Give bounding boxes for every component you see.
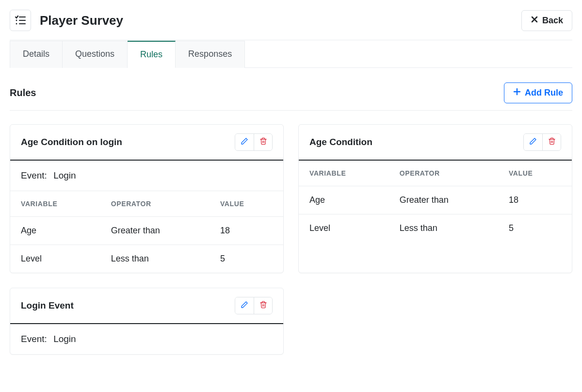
condition-row: Age Greater than 18 <box>299 186 572 214</box>
svg-point-3 <box>16 23 17 25</box>
edit-rule-button[interactable] <box>524 134 542 150</box>
conditions-table: VARIABLE OPERATOR VALUE Age Greater than… <box>10 191 283 273</box>
plus-icon <box>513 88 521 98</box>
condition-row: Level Less than 5 <box>299 214 572 243</box>
rule-card: Age Condition <box>298 124 572 273</box>
cond-operator: Less than <box>389 214 498 243</box>
tab-label: Details <box>23 49 49 59</box>
tab-questions[interactable]: Questions <box>63 41 128 68</box>
delete-rule-button[interactable] <box>542 134 561 150</box>
rule-actions <box>523 133 561 151</box>
edit-rule-button[interactable] <box>235 134 254 150</box>
add-rule-button[interactable]: Add Rule <box>504 82 572 103</box>
rule-card: Login Event <box>10 288 284 355</box>
tab-label: Rules <box>140 49 162 59</box>
trash-icon <box>259 137 267 147</box>
list-check-icon <box>10 10 31 31</box>
trash-icon <box>548 137 556 147</box>
cond-operator: Greater than <box>389 186 498 214</box>
delete-rule-button[interactable] <box>254 134 272 150</box>
rule-event: Event: Login <box>10 324 283 354</box>
page-header: Player Survey Back <box>10 10 572 40</box>
event-value: Login <box>53 170 76 180</box>
col-operator: OPERATOR <box>389 161 498 186</box>
cond-value: 18 <box>210 217 283 245</box>
col-operator: OPERATOR <box>100 191 210 217</box>
back-button-label: Back <box>542 16 563 26</box>
cond-value: 5 <box>210 245 283 273</box>
col-variable: VARIABLE <box>10 191 100 217</box>
section-title: Rules <box>10 87 36 98</box>
tab-label: Responses <box>188 49 232 59</box>
cond-operator: Greater than <box>100 217 210 245</box>
cond-value: 5 <box>498 214 572 243</box>
event-label: Event: <box>21 334 47 344</box>
delete-rule-button[interactable] <box>254 297 272 314</box>
rule-title: Age Condition on login <box>21 137 122 147</box>
conditions-table: VARIABLE OPERATOR VALUE Age Greater than… <box>299 161 572 242</box>
pencil-icon <box>241 301 248 310</box>
cond-variable: Level <box>10 245 100 273</box>
cond-variable: Level <box>299 214 389 243</box>
col-variable: VARIABLE <box>299 161 389 186</box>
rule-actions <box>235 133 273 151</box>
tab-responses[interactable]: Responses <box>176 41 245 68</box>
tab-label: Questions <box>75 49 114 59</box>
tab-details[interactable]: Details <box>10 41 63 68</box>
rule-event: Event: Login <box>10 161 283 191</box>
cond-variable: Age <box>10 217 100 245</box>
cond-operator: Less than <box>100 245 210 273</box>
add-rule-label: Add Rule <box>525 88 563 98</box>
cond-value: 18 <box>498 186 572 214</box>
pencil-icon <box>241 137 248 147</box>
page-title: Player Survey <box>40 13 123 28</box>
back-button[interactable]: Back <box>521 10 572 31</box>
rule-card: Age Condition on login <box>10 124 284 273</box>
condition-row: Level Less than 5 <box>10 245 283 273</box>
pencil-icon <box>529 137 537 147</box>
svg-point-1 <box>16 20 17 21</box>
rule-title: Login Event <box>21 300 74 311</box>
rules-cards: Age Condition on login <box>10 124 572 355</box>
tabs: Details Questions Rules Responses <box>10 40 572 68</box>
trash-icon <box>259 301 267 310</box>
edit-rule-button[interactable] <box>235 297 254 314</box>
cond-variable: Age <box>299 186 389 214</box>
rule-actions <box>235 297 273 314</box>
close-icon <box>531 16 538 26</box>
rules-section-header: Rules Add Rule <box>10 68 572 111</box>
tab-rules[interactable]: Rules <box>128 41 176 68</box>
condition-row: Age Greater than 18 <box>10 217 283 245</box>
col-value: VALUE <box>498 161 572 186</box>
event-value: Login <box>53 334 76 344</box>
event-label: Event: <box>21 170 47 180</box>
col-value: VALUE <box>210 191 283 217</box>
rule-title: Age Condition <box>309 137 372 147</box>
